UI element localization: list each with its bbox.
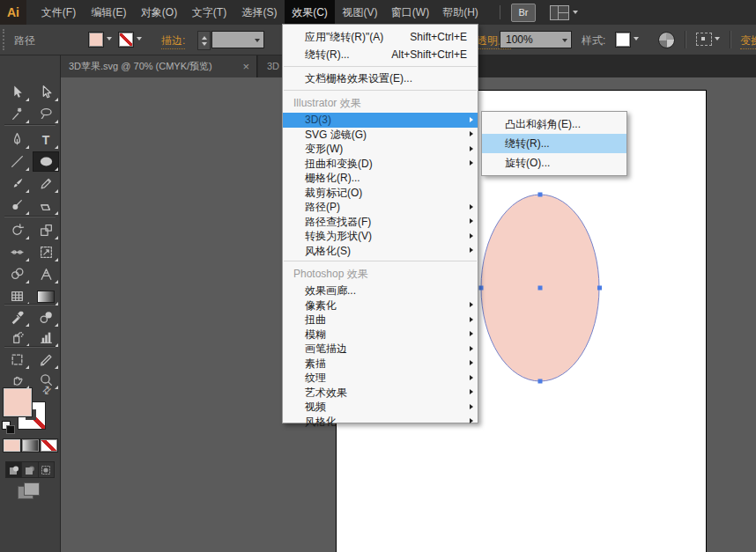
slice-tool-button[interactable] <box>33 350 59 370</box>
blob-brush-tool-button[interactable] <box>4 195 30 216</box>
blend-tool-button[interactable] <box>33 307 59 328</box>
bridge-button[interactable]: Br <box>511 4 536 22</box>
menubar-item-4[interactable]: 文字(T) <box>184 0 234 25</box>
handle-top[interactable] <box>538 193 543 197</box>
menubar-item-5[interactable]: 选择(S) <box>234 0 285 25</box>
opacity-dropdown[interactable]: 100% <box>500 31 572 48</box>
menu-item-revolve-dialog[interactable]: 绕转(R)...Alt+Shift+Ctrl+E <box>283 46 478 63</box>
zoom-tool-button[interactable] <box>33 370 59 390</box>
fill-dropdown-icon[interactable] <box>107 37 112 40</box>
free-transform-tool-button[interactable] <box>33 242 59 262</box>
menu-separator <box>284 261 477 261</box>
menubar-item-6[interactable]: 效果(C) <box>285 0 335 25</box>
default-fill-stroke-icon[interactable] <box>2 421 14 433</box>
menu-item-effect-gallery[interactable]: 效果画廊... <box>283 283 478 298</box>
submenu-item-revolve[interactable]: 绕转(R)... <box>482 134 626 153</box>
menu-item-apply-revolve[interactable]: 应用"绕转(R)"(A)Shift+Ctrl+E <box>283 28 478 46</box>
handle-left[interactable] <box>479 286 484 291</box>
submenu-item-extrude-bevel[interactable]: 凸出和斜角(E)... <box>482 114 626 134</box>
menubar-item-7[interactable]: 视图(V) <box>335 0 385 25</box>
stroke-color-swatch[interactable] <box>118 32 134 48</box>
magic-wand-icon <box>10 107 25 121</box>
ellipse-tool-button[interactable] <box>33 151 59 172</box>
stroke-weight-link[interactable]: 描边: <box>161 33 185 49</box>
perspective-grid-tool-button[interactable] <box>33 264 59 284</box>
zoom-icon <box>39 372 54 387</box>
color-button[interactable] <box>3 438 21 453</box>
menubar-item-3[interactable]: 对象(O) <box>134 0 184 25</box>
recolor-artwork-icon[interactable] <box>658 32 675 48</box>
stroke-weight-stepper[interactable] <box>197 31 211 50</box>
line-segment-tool-button[interactable] <box>4 151 30 172</box>
panel-grip[interactable] <box>3 29 7 50</box>
toolbar-separator <box>4 346 56 347</box>
menu-item-pixelate[interactable]: 像素化 <box>283 298 478 313</box>
close-tab-icon[interactable]: × <box>242 61 249 72</box>
eyedropper-tool-button[interactable] <box>4 307 30 328</box>
fill-color-swatch[interactable] <box>88 32 104 48</box>
rotate-tool-button[interactable] <box>4 220 30 240</box>
menu-item-video[interactable]: 视频 <box>283 400 478 415</box>
menu-item-path[interactable]: 路径(P) <box>283 200 478 215</box>
menubar-item-9[interactable]: 帮助(H) <box>435 0 485 25</box>
column-graph-tool-button[interactable] <box>33 328 59 348</box>
direct-selection-tool-button[interactable] <box>33 82 59 102</box>
pencil-tool-button[interactable] <box>33 173 59 194</box>
menubar-item-8[interactable]: 窗口(W) <box>385 0 435 25</box>
menu-item-texture[interactable]: 纹理 <box>283 371 478 386</box>
draw-normal-button[interactable] <box>5 461 22 478</box>
style-dropdown-icon[interactable] <box>634 37 639 40</box>
menu-item-svg-filters[interactable]: SVG 滤镜(G) <box>283 128 478 143</box>
shape-builder-tool-button[interactable] <box>4 264 30 284</box>
handle-center[interactable] <box>538 286 543 291</box>
none-button[interactable] <box>40 438 58 453</box>
menu-item-sketch[interactable]: 素描 <box>283 357 478 372</box>
menubar-item-2[interactable]: 编辑(E) <box>84 0 134 25</box>
width-tool-button[interactable] <box>4 242 30 262</box>
paintbrush-tool-button[interactable] <box>4 173 30 194</box>
select-similar-dropdown-icon[interactable] <box>715 37 720 40</box>
selected-ellipse-shape[interactable] <box>477 190 604 387</box>
lasso-tool-button[interactable] <box>33 104 59 124</box>
style-swatch[interactable] <box>615 32 631 48</box>
menu-item-brush-strokes[interactable]: 画笔描边 <box>283 342 478 357</box>
handle-right[interactable] <box>597 286 602 291</box>
eraser-tool-button[interactable] <box>33 195 59 216</box>
menu-item-distort-transform[interactable]: 扭曲和变换(D) <box>283 157 478 172</box>
isolate-selection-icon[interactable] <box>696 33 712 46</box>
menubar-item-1[interactable]: 文件(F) <box>33 0 84 25</box>
menu-item-distort-ps[interactable]: 扭曲 <box>283 313 478 328</box>
handle-bottom[interactable] <box>538 379 543 384</box>
stroke-dropdown-icon[interactable] <box>137 37 142 40</box>
draw-behind-button[interactable] <box>22 461 38 478</box>
magic-wand-tool-button[interactable] <box>4 104 30 124</box>
menu-item-pathfinder[interactable]: 路径查找器(F) <box>283 215 478 230</box>
menu-item-blur[interactable]: 模糊 <box>283 328 478 342</box>
workspace-switcher-button[interactable] <box>550 5 578 20</box>
menu-item-rasterize[interactable]: 栅格化(R)... <box>283 171 478 186</box>
3d-submenu: 凸出和斜角(E)...绕转(R)...旋转(O)... <box>481 111 627 176</box>
fill-indicator-swatch[interactable] <box>3 387 33 417</box>
menu-item-stylize-ai[interactable]: 风格化(S) <box>283 244 478 259</box>
menu-item-stylize-ps[interactable]: 风格化 <box>283 415 478 430</box>
menu-item-warp[interactable]: 变形(W) <box>283 142 478 157</box>
menu-item-3d[interactable]: 3D(3) <box>283 113 478 128</box>
screen-mode-button[interactable] <box>18 482 41 500</box>
menu-item-artistic[interactable]: 艺术效果 <box>283 386 478 401</box>
hand-tool-button[interactable] <box>4 370 30 390</box>
transform-link[interactable]: 变换 <box>740 33 756 49</box>
gradient-button[interactable] <box>21 438 40 453</box>
menu-item-convert-to-shape[interactable]: 转换为形状(V) <box>283 229 478 244</box>
type-tool-button[interactable]: T <box>33 129 59 150</box>
scale-tool-button[interactable] <box>33 220 59 240</box>
submenu-item-rotate[interactable]: 旋转(O)... <box>482 153 626 173</box>
menu-item-document-raster-effects[interactable]: 文档栅格效果设置(E)... <box>283 70 478 87</box>
document-tab-active[interactable]: 3D苹果.svg @ 70% (CMYK/预览) × <box>60 55 257 77</box>
menu-item-crop-marks[interactable]: 裁剪标记(O) <box>283 186 478 201</box>
pen-tool-button[interactable] <box>4 129 30 150</box>
artboard-tool-button[interactable] <box>4 350 30 370</box>
symbol-sprayer-tool-button[interactable] <box>4 328 30 348</box>
stroke-weight-dropdown[interactable] <box>211 31 264 48</box>
selection-tool-button[interactable] <box>4 82 30 102</box>
draw-inside-button[interactable] <box>39 461 55 478</box>
